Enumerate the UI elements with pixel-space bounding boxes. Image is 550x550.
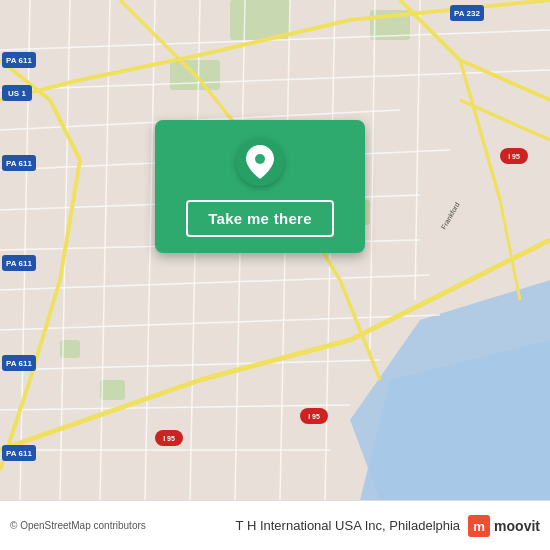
bottom-info-bar: © OpenStreetMap contributors T H Interna… [0,500,550,550]
osm-attribution: © OpenStreetMap contributors [10,520,228,531]
take-me-there-button[interactable]: Take me there [186,200,334,237]
svg-text:PA 611: PA 611 [6,259,32,268]
svg-text:m: m [473,519,485,534]
svg-rect-3 [230,0,290,40]
moovit-logo: m moovit [468,515,540,537]
svg-text:US 1: US 1 [8,89,26,98]
svg-text:PA 611: PA 611 [6,159,32,168]
svg-text:I 95: I 95 [308,413,320,420]
location-pin-circle [236,138,284,186]
svg-text:PA 232: PA 232 [454,9,480,18]
map-container: PA 611 PA 611 PA 611 PA 611 PA 611 US 1 … [0,0,550,500]
svg-rect-8 [100,380,125,400]
svg-text:PA 611: PA 611 [6,56,32,65]
svg-text:I 95: I 95 [163,435,175,442]
moovit-icon: m [468,515,490,537]
svg-text:PA 611: PA 611 [6,449,32,458]
location-label: T H International USA Inc, Philadelphia [236,518,461,533]
location-pin-icon [246,145,274,179]
moovit-label: moovit [494,518,540,534]
svg-text:I 95: I 95 [508,153,520,160]
navigation-card: Take me there [155,120,365,253]
svg-text:PA 611: PA 611 [6,359,32,368]
svg-point-73 [255,154,265,164]
